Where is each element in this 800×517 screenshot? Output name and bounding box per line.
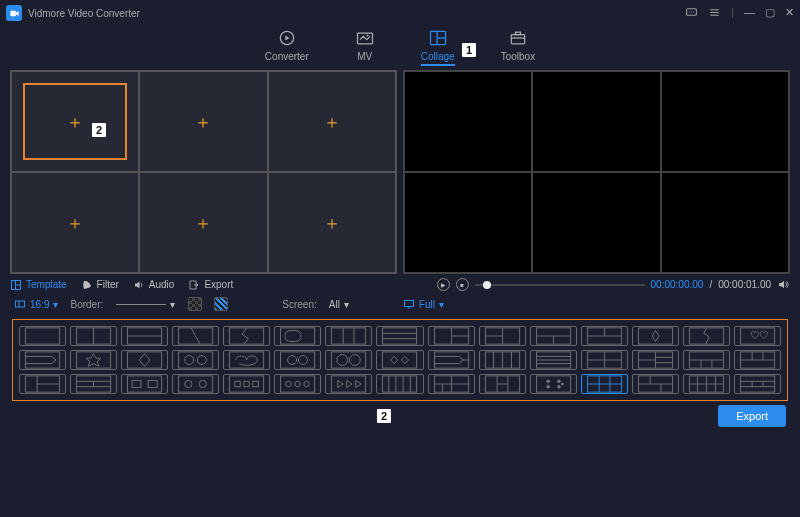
- template-item[interactable]: [632, 374, 679, 394]
- template-item[interactable]: [19, 374, 66, 394]
- minimize-button[interactable]: —: [744, 6, 755, 21]
- template-item[interactable]: [734, 350, 781, 370]
- template-item[interactable]: [376, 326, 423, 346]
- template-item[interactable]: [632, 350, 679, 370]
- template-item[interactable]: [274, 326, 321, 346]
- svg-point-116: [295, 381, 300, 386]
- template-item[interactable]: [683, 374, 730, 394]
- template-item[interactable]: [479, 326, 526, 346]
- close-button[interactable]: ✕: [785, 6, 794, 21]
- play-button[interactable]: ▶: [437, 278, 450, 291]
- template-item[interactable]: [223, 350, 270, 370]
- svg-rect-112: [244, 381, 249, 386]
- template-item[interactable]: [121, 350, 168, 370]
- template-item[interactable]: [121, 326, 168, 346]
- template-item[interactable]: [325, 350, 372, 370]
- template-item[interactable]: [70, 350, 117, 370]
- template-item[interactable]: [428, 326, 475, 346]
- maximize-button[interactable]: ▢: [765, 6, 775, 21]
- template-item[interactable]: [223, 326, 270, 346]
- template-item[interactable]: [325, 326, 372, 346]
- plus-icon: ＋: [66, 211, 84, 235]
- template-item[interactable]: [223, 374, 270, 394]
- export-icon: [188, 279, 200, 291]
- collage-cell[interactable]: ＋: [268, 172, 396, 273]
- color-swatch-hatch[interactable]: [214, 297, 228, 311]
- svg-point-4: [693, 11, 694, 12]
- template-item[interactable]: [734, 326, 781, 346]
- marker-2: 2: [92, 123, 106, 137]
- subtab-export[interactable]: Export: [188, 279, 233, 291]
- template-item-active[interactable]: [581, 374, 628, 394]
- template-item[interactable]: [376, 350, 423, 370]
- time-total: 00:00:01.00: [718, 279, 771, 290]
- collage-cell[interactable]: ＋: [11, 172, 139, 273]
- collage-cell[interactable]: ＋: [139, 172, 267, 273]
- converter-icon: [277, 28, 297, 48]
- template-item[interactable]: [172, 350, 219, 370]
- subtab-label: Export: [204, 279, 233, 290]
- menu-icon[interactable]: [708, 6, 721, 21]
- template-item[interactable]: [683, 350, 730, 370]
- template-item[interactable]: [274, 350, 321, 370]
- controls-row: Template Filter Audio Export ▶ ■ 00:00:0…: [0, 278, 800, 291]
- tab-mv[interactable]: MV: [355, 28, 375, 62]
- template-item[interactable]: [530, 350, 577, 370]
- template-item[interactable]: [325, 374, 372, 394]
- app-title: Vidmore Video Converter: [28, 8, 140, 19]
- export-button[interactable]: Export: [718, 405, 786, 427]
- template-item[interactable]: [172, 374, 219, 394]
- stop-button[interactable]: ■: [456, 278, 469, 291]
- tab-toolbox[interactable]: Toolbox: [501, 28, 535, 62]
- template-item[interactable]: [734, 374, 781, 394]
- template-item[interactable]: [19, 326, 66, 346]
- collage-cell[interactable]: ＋: [268, 71, 396, 172]
- svg-rect-71: [383, 352, 417, 368]
- subtab-template[interactable]: Template: [10, 279, 67, 291]
- aspect-ratio-dropdown[interactable]: 16:9 ▾: [14, 298, 58, 310]
- view-dropdown[interactable]: Full ▾: [403, 298, 444, 310]
- subtab-label: Filter: [97, 279, 119, 290]
- template-item[interactable]: [172, 326, 219, 346]
- tab-converter[interactable]: Converter: [265, 28, 309, 62]
- svg-point-3: [691, 11, 692, 12]
- preview-cell: [661, 71, 789, 172]
- template-item[interactable]: [479, 350, 526, 370]
- template-item[interactable]: [376, 374, 423, 394]
- template-item[interactable]: [428, 350, 475, 370]
- collage-editor: ＋ ＋ ＋ ＋ ＋ ＋: [10, 70, 397, 274]
- svg-rect-106: [148, 380, 157, 387]
- svg-line-31: [191, 328, 200, 344]
- svg-rect-111: [235, 381, 240, 386]
- volume-icon[interactable]: [777, 278, 790, 291]
- template-item[interactable]: [530, 326, 577, 346]
- svg-rect-61: [179, 352, 213, 368]
- template-item[interactable]: [70, 374, 117, 394]
- subtab-audio[interactable]: Audio: [133, 279, 175, 291]
- message-icon[interactable]: [685, 6, 698, 21]
- audio-icon: [133, 279, 145, 291]
- svg-point-2: [689, 11, 690, 12]
- template-item[interactable]: [479, 374, 526, 394]
- subtab-filter[interactable]: Filter: [81, 279, 119, 291]
- playback-slider[interactable]: [475, 284, 645, 286]
- template-item[interactable]: [121, 374, 168, 394]
- app-logo: [6, 5, 22, 21]
- filter-icon: [81, 279, 93, 291]
- template-item[interactable]: [19, 350, 66, 370]
- border-style-dropdown[interactable]: ▾: [115, 298, 176, 311]
- template-item[interactable]: [428, 374, 475, 394]
- collage-cell[interactable]: ＋: [139, 71, 267, 172]
- collage-cell[interactable]: ＋: [11, 71, 139, 172]
- tab-collage[interactable]: Collage: [421, 28, 455, 62]
- color-swatch-grid[interactable]: [188, 297, 202, 311]
- template-item[interactable]: [632, 326, 679, 346]
- template-item[interactable]: [683, 326, 730, 346]
- template-item[interactable]: [581, 350, 628, 370]
- screen-dropdown[interactable]: All ▾: [329, 299, 349, 310]
- template-item[interactable]: [70, 326, 117, 346]
- template-item[interactable]: [530, 374, 577, 394]
- template-item[interactable]: [581, 326, 628, 346]
- svg-point-117: [304, 381, 309, 386]
- template-item[interactable]: [274, 374, 321, 394]
